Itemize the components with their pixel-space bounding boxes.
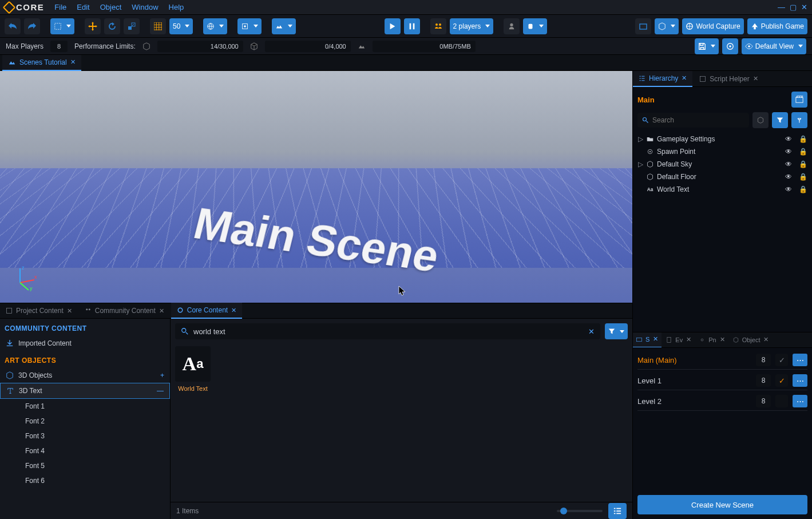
sidebar-font-5[interactable]: Font 5 (0, 458, 170, 473)
expand-icon[interactable]: ▷ (637, 135, 643, 143)
close-icon[interactable]: ✕ (753, 75, 758, 82)
create-new-scene-button[interactable]: Create New Scene (637, 495, 807, 514)
eye-icon[interactable]: 👁 (785, 185, 792, 193)
menu-help[interactable]: Help (169, 3, 184, 11)
menu-window[interactable]: Window (132, 3, 158, 11)
world-space-dropdown[interactable] (203, 18, 227, 34)
eye-icon[interactable]: 👁 (785, 148, 792, 156)
sidebar-font-2[interactable]: Font 2 (0, 414, 170, 429)
tab-core-content[interactable]: Core Content✕ (171, 303, 242, 319)
filter-button[interactable] (772, 112, 788, 128)
tab-hierarchy[interactable]: Hierarchy✕ (633, 71, 692, 87)
content-search-box[interactable]: ✕ (175, 323, 600, 339)
default-view-dropdown[interactable]: Default View (742, 38, 806, 54)
bot-button[interactable] (504, 18, 520, 34)
move-tool-button[interactable] (85, 18, 101, 34)
scene-menu-button[interactable]: ⋯ (793, 374, 807, 387)
tab-community-content[interactable]: Community Content✕ (79, 303, 170, 319)
tab-object[interactable]: Object✕ (730, 332, 773, 348)
lock-icon[interactable]: 🔒 (799, 135, 807, 143)
scene-menu-button[interactable]: ⋯ (793, 395, 807, 407)
play-button[interactable] (385, 18, 401, 34)
close-icon[interactable]: ✕ (682, 74, 687, 82)
select-mode-button[interactable] (50, 18, 74, 34)
tree-item-gameplay-settings[interactable]: ▷Gameplay Settings👁🔒 (637, 133, 807, 145)
scene-row-level1[interactable]: Level 1 8 ✓ ⋯ (637, 372, 807, 390)
close-icon[interactable]: ✕ (763, 336, 769, 343)
lock-icon[interactable]: 🔒 (799, 185, 807, 193)
asset-world-text[interactable]: Aa World Text (175, 346, 211, 392)
content-search-input[interactable] (193, 327, 584, 336)
close-icon[interactable]: ✕ (231, 307, 236, 314)
close-icon[interactable]: ✕ (720, 336, 725, 343)
minimize-icon[interactable]: — (778, 3, 785, 11)
lock-icon[interactable]: 🔒 (799, 148, 807, 156)
close-icon[interactable]: ✕ (70, 58, 76, 66)
plus-icon[interactable]: + (160, 371, 164, 379)
close-icon[interactable]: ✕ (801, 3, 807, 11)
axis-gizmo[interactable]: z x y (11, 263, 40, 291)
cube-filter-button[interactable] (752, 112, 769, 128)
minus-icon[interactable]: — (157, 387, 164, 395)
tab-scenes-panel[interactable]: S✕ (633, 332, 662, 348)
expand-icon[interactable]: ▷ (637, 160, 643, 168)
eye-icon[interactable]: 👁 (785, 160, 792, 168)
tree-item-default-sky[interactable]: ▷Default Sky👁🔒 (637, 158, 807, 171)
sidebar-font-4[interactable]: Font 4 (0, 443, 170, 458)
snap-options-dropdown[interactable] (237, 18, 262, 34)
tab-script-helper[interactable]: Script Helper✕ (694, 71, 763, 87)
scale-tool-button[interactable] (124, 18, 140, 34)
sidebar-item-3d-text[interactable]: 3D Text— (0, 383, 170, 399)
collapse-button[interactable] (791, 112, 807, 128)
slider-knob[interactable] (560, 508, 567, 514)
character-dropdown[interactable] (523, 18, 547, 34)
tab-scenes-tutorial[interactable]: Scenes Tutorial ✕ (2, 55, 81, 71)
snap-value-dropdown[interactable]: 50 (169, 18, 193, 34)
multiplayer-test-button[interactable] (430, 18, 446, 34)
viewport-3d[interactable]: Main Scene z x y (0, 71, 632, 303)
maximize-icon[interactable]: ▢ (790, 3, 797, 11)
sidebar-font-6[interactable]: Font 6 (0, 473, 170, 488)
grid-snap-button[interactable] (150, 18, 166, 34)
tree-item-world-text[interactable]: AaWorld Text👁🔒 (637, 183, 807, 196)
scene-menu-button[interactable]: ⋯ (793, 354, 807, 366)
undo-button[interactable] (5, 18, 21, 34)
sidebar-item-3d-objects[interactable]: 3D Objects+ (0, 368, 170, 383)
world-capture-button[interactable]: World Capture (682, 18, 743, 34)
build-dropdown[interactable] (655, 18, 679, 34)
tab-events[interactable]: Ev✕ (663, 332, 695, 348)
pause-button[interactable] (404, 18, 420, 34)
lock-icon[interactable]: 🔒 (799, 160, 807, 168)
terrain-dropdown[interactable] (272, 18, 296, 34)
close-icon[interactable]: ✕ (159, 307, 164, 315)
lock-icon[interactable]: 🔒 (799, 173, 807, 181)
scene-player-count[interactable]: 8 (756, 374, 771, 387)
hierarchy-search-input[interactable] (652, 116, 744, 124)
max-players-value[interactable]: 8 (50, 41, 68, 52)
sidebar-font-3[interactable]: Font 3 (0, 429, 170, 443)
eye-icon[interactable]: 👁 (785, 173, 792, 181)
save-dropdown[interactable] (695, 38, 719, 54)
eye-icon[interactable]: 👁 (785, 135, 792, 143)
hierarchy-search-box[interactable] (637, 113, 749, 128)
redo-button[interactable] (24, 18, 40, 34)
sidebar-item-imported[interactable]: Imported Content (0, 336, 170, 351)
help-circle-button[interactable] (722, 38, 738, 54)
menu-file[interactable]: File (54, 3, 66, 11)
sidebar-font-1[interactable]: Font 1 (0, 399, 170, 414)
scene-row-level2[interactable]: Level 2 8 ⋯ (637, 393, 807, 411)
tab-properties[interactable]: Pn✕ (696, 332, 728, 348)
clear-search-icon[interactable]: ✕ (588, 327, 595, 336)
filter-dropdown[interactable] (605, 323, 628, 339)
thumbnail-size-slider[interactable] (557, 510, 603, 512)
scenes-button[interactable] (791, 92, 807, 108)
close-icon[interactable]: ✕ (653, 335, 658, 343)
tree-item-spawn-point[interactable]: Spawn Point👁🔒 (637, 145, 807, 158)
screenshot-button[interactable] (635, 18, 651, 34)
view-mode-button[interactable] (608, 503, 627, 519)
scene-active-check[interactable]: ✓ (775, 374, 788, 387)
close-icon[interactable]: ✕ (67, 307, 72, 315)
scene-row-main[interactable]: Main (Main) 8 ✓ ⋯ (637, 351, 807, 370)
tab-project-content[interactable]: Project Content✕ (0, 303, 78, 319)
rotate-tool-button[interactable] (104, 18, 120, 34)
